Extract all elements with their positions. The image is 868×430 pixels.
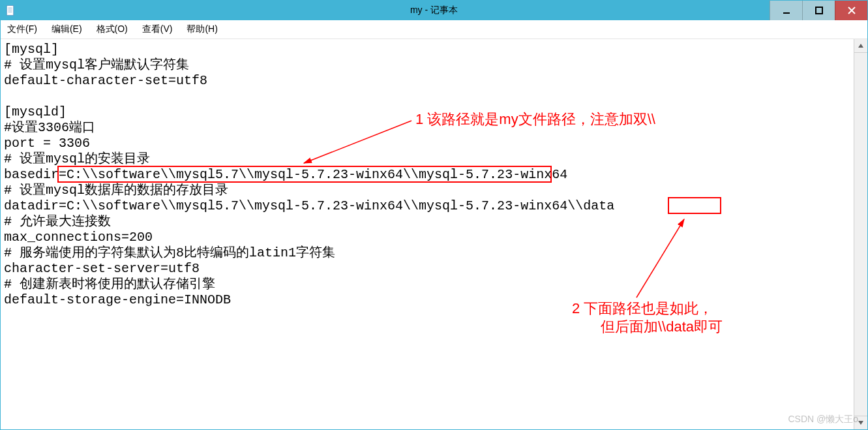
scroll-up-button[interactable] (854, 39, 867, 53)
window-title: my - 记事本 (410, 5, 458, 16)
maximize-button[interactable] (802, 1, 835, 20)
menu-file[interactable]: 文件(F) (7, 23, 37, 35)
svg-rect-0 (7, 6, 14, 16)
window-controls (770, 1, 867, 20)
editor-area: [mysql] # 设置mysql客户端默认字符集 default-charac… (1, 39, 867, 429)
minimize-button[interactable] (770, 1, 802, 20)
svg-marker-8 (858, 44, 863, 48)
minimize-icon (783, 7, 790, 14)
scroll-down-button[interactable] (854, 416, 867, 429)
close-icon (848, 7, 856, 14)
svg-rect-4 (783, 12, 790, 14)
menu-help[interactable]: 帮助(H) (187, 23, 217, 35)
text-content[interactable]: [mysql] # 设置mysql客户端默认字符集 default-charac… (4, 42, 853, 429)
notepad-icon (5, 4, 18, 17)
menu-edit[interactable]: 编辑(E) (52, 23, 82, 35)
svg-marker-9 (858, 421, 863, 425)
menu-view[interactable]: 查看(V) (142, 23, 173, 35)
svg-rect-5 (816, 7, 822, 14)
notepad-window: my - 记事本 文件(F) 编辑(E) 格式(O) 查看(V) 帮助(H) [… (0, 0, 868, 430)
menu-format[interactable]: 格式(O) (97, 23, 128, 35)
titlebar[interactable]: my - 记事本 (1, 1, 867, 20)
vertical-scrollbar[interactable] (854, 39, 867, 429)
maximize-icon (815, 7, 823, 14)
menubar: 文件(F) 编辑(E) 格式(O) 查看(V) 帮助(H) (1, 20, 867, 39)
chevron-up-icon (858, 42, 864, 49)
close-button[interactable] (835, 1, 867, 20)
chevron-down-icon (858, 420, 864, 426)
